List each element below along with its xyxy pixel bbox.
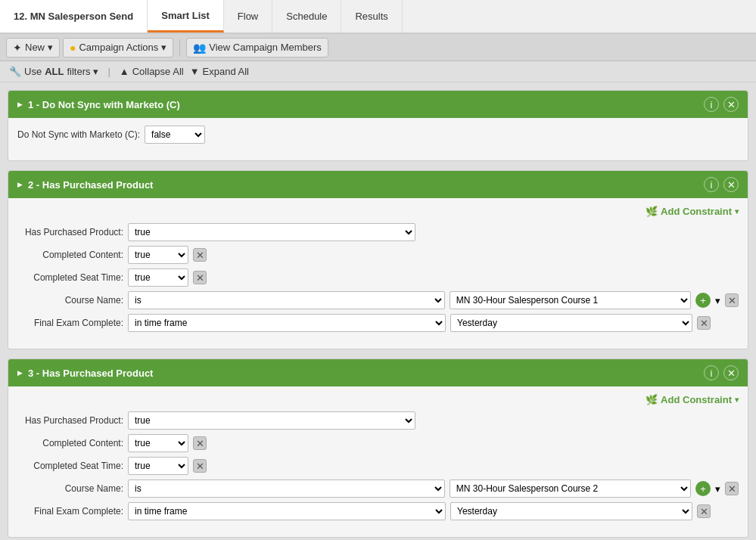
filter-info-button-1[interactable]: i (704, 97, 719, 112)
field-row-final-exam-2: Final Exam Complete: in time frame not i… (17, 314, 739, 332)
course-name-op-select-2[interactable]: is is not contains (128, 291, 445, 309)
expand-all-button[interactable]: ▼ Expand All (190, 66, 249, 77)
remove-icon: ✕ (196, 250, 204, 261)
seat-time-label-3: Completed Seat Time: (17, 461, 123, 471)
filter-header-right-1: i ✕ (704, 97, 739, 112)
purchased-select-2[interactable]: true false (128, 223, 415, 241)
add-constraint-row-2: 🌿 Add Constraint ▾ (17, 206, 739, 217)
collapse-arrow-3[interactable]: ▸ (17, 368, 22, 378)
final-exam-op-select-3[interactable]: in time frame not in time frame (128, 502, 446, 520)
filter-header-3: ▸ 3 - Has Purchased Product i ✕ (8, 359, 748, 386)
view-campaign-members-button[interactable]: 👥 View Campaign Members (186, 38, 328, 57)
field-row-seat-time-3: Completed Seat Time: true false ✕ (17, 457, 739, 475)
campaign-title-label: 12. MN Salesperson Send (14, 11, 133, 22)
completed-content-select-2[interactable]: true false (128, 246, 188, 264)
filter-header-left-1: ▸ 1 - Do Not Sync with Marketo (C) (17, 99, 180, 110)
tab-bar: 12. MN Salesperson Send Smart List Flow … (0, 0, 756, 34)
seat-time-select-2[interactable]: true false (128, 268, 188, 287)
filter-header-left-2: ▸ 2 - Has Purchased Product (17, 179, 153, 191)
filter-title-1: 1 - Do Not Sync with Marketo (C) (28, 99, 180, 110)
course-dropdown-icon-3: ▾ (715, 483, 720, 495)
close-icon-1: ✕ (727, 99, 736, 110)
filter-block-1: ▸ 1 - Do Not Sync with Marketo (C) i ✕ D… (8, 90, 748, 161)
use-all-filters[interactable]: 🔧 Use ALL filters ▾ (9, 66, 98, 77)
completed-content-select-3[interactable]: true false (128, 434, 188, 452)
course-name-value-select-3[interactable]: MN 30-Hour Salesperson Course 2 (450, 479, 691, 498)
remove-course-name-2[interactable]: ✕ (725, 293, 739, 307)
remove-final-exam-3[interactable]: ✕ (697, 504, 711, 518)
final-exam-label-2: Final Exam Complete: (17, 318, 123, 328)
add-constraint-arrow-3: ▾ (735, 396, 739, 404)
remove-final-icon-3: ✕ (700, 506, 708, 517)
add-constraint-label-3: Add Constraint (661, 394, 732, 405)
campaign-actions-arrow-icon: ▾ (161, 42, 166, 53)
remove-final-exam-2[interactable]: ✕ (697, 316, 711, 330)
new-icon: ✦ (13, 42, 22, 54)
field-row-purchased-2: Has Purchased Product: true false (17, 223, 739, 241)
final-exam-value-select-2[interactable]: Yesterday Today Last 7 days (450, 314, 692, 332)
view-members-icon: 👥 (193, 42, 206, 54)
expand-all-label: Expand All (203, 66, 249, 77)
filter-close-button-3[interactable]: ✕ (723, 365, 739, 380)
toolbar: ✦ New ▾ ● Campaign Actions ▾ 👥 View Camp… (0, 34, 756, 61)
remove-seat-time-3[interactable]: ✕ (193, 459, 207, 473)
tab-schedule[interactable]: Schedule (272, 0, 341, 33)
collapse-all-button[interactable]: ▲ Collapse All (120, 66, 184, 77)
tab-results-label: Results (355, 11, 387, 22)
remove-final-icon-2: ✕ (700, 318, 708, 329)
new-label: New (25, 42, 45, 53)
field-row-course-name-2: Course Name: is is not contains MN 30-Ho… (17, 291, 739, 309)
remove-course-name-3[interactable]: ✕ (725, 482, 739, 495)
add-constraint-button-3[interactable]: 🌿 Add Constraint ▾ (646, 394, 739, 405)
remove-cc-icon-3: ✕ (196, 438, 204, 449)
filter-bar-separator: | (107, 66, 110, 77)
add-course-value-button-2[interactable]: + (695, 293, 711, 308)
field-row-purchased-3: Has Purchased Product: true false (17, 411, 739, 430)
filter-header-right-3: i ✕ (704, 365, 739, 380)
field-row-do-not-sync: Do Not Sync with Marketo (C): false true (17, 126, 739, 144)
course-name-op-select-3[interactable]: is is not contains (128, 479, 445, 498)
course-name-value-select-2[interactable]: MN 30-Hour Salesperson Course 1 (450, 291, 691, 309)
remove-completed-content-3[interactable]: ✕ (193, 436, 207, 450)
tab-campaign-title[interactable]: 12. MN Salesperson Send (0, 0, 148, 33)
do-not-sync-select[interactable]: false true (145, 126, 205, 144)
filters-label: filters (67, 66, 90, 77)
purchased-label-2: Has Purchased Product: (17, 227, 123, 237)
expand-icon: ▼ (190, 66, 200, 77)
filter-body-2: 🌿 Add Constraint ▾ Has Purchased Product… (8, 198, 748, 349)
tab-results[interactable]: Results (341, 0, 402, 33)
filter-header-left-3: ▸ 3 - Has Purchased Product (17, 368, 153, 379)
collapse-arrow-1[interactable]: ▸ (17, 99, 22, 110)
filter-close-button-2[interactable]: ✕ (723, 177, 739, 192)
filter-title-3: 3 - Has Purchased Product (28, 368, 153, 379)
filter-info-button-3[interactable]: i (704, 365, 719, 380)
course-name-label-2: Course Name: (17, 295, 123, 306)
purchased-label-3: Has Purchased Product: (17, 415, 123, 426)
plus-icon-3: + (700, 483, 706, 495)
filter-info-button-2[interactable]: i (704, 177, 719, 192)
seat-time-select-3[interactable]: true false (128, 457, 188, 475)
plus-icon-2: + (700, 295, 706, 306)
filter-title-2: 2 - Has Purchased Product (28, 179, 153, 191)
remove-completed-content-2[interactable]: ✕ (193, 248, 207, 262)
toolbar-separator (179, 39, 180, 56)
filter-close-button-1[interactable]: ✕ (723, 97, 739, 112)
field-row-seat-time-2: Completed Seat Time: true false ✕ (17, 268, 739, 287)
remove-seat-time-2[interactable]: ✕ (193, 271, 207, 284)
add-constraint-button-2[interactable]: 🌿 Add Constraint ▾ (646, 206, 739, 217)
collapse-arrow-2[interactable]: ▸ (17, 179, 22, 190)
course-dropdown-icon-2: ▾ (715, 295, 720, 306)
filter-block-2: ▸ 2 - Has Purchased Product i ✕ 🌿 Add Co… (8, 170, 748, 349)
campaign-actions-button[interactable]: ● Campaign Actions ▾ (63, 38, 173, 57)
filter-block-3: ▸ 3 - Has Purchased Product i ✕ 🌿 Add Co… (8, 358, 748, 538)
final-exam-op-select-2[interactable]: in time frame not in time frame (128, 314, 446, 332)
remove-seat-icon: ✕ (196, 272, 204, 284)
filter-icon: 🔧 (9, 66, 21, 77)
add-course-value-button-3[interactable]: + (695, 481, 711, 496)
final-exam-value-select-3[interactable]: Yesterday Today Last 7 days (450, 502, 692, 520)
purchased-select-3[interactable]: true false (128, 411, 415, 430)
tab-flow[interactable]: Flow (224, 0, 272, 33)
tab-smart-list[interactable]: Smart List (148, 0, 224, 33)
completed-content-label-3: Completed Content: (17, 438, 123, 448)
new-button[interactable]: ✦ New ▾ (6, 38, 60, 57)
